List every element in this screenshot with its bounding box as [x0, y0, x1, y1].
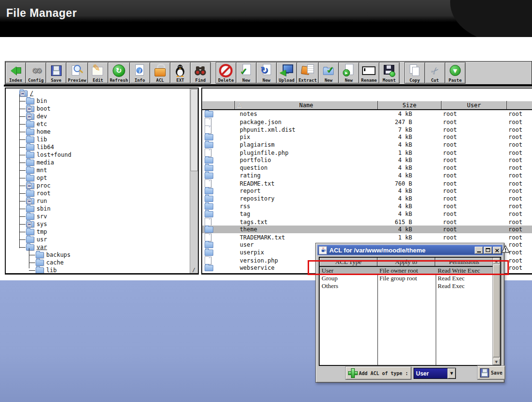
- file-row-tag[interactable]: tag4 kBrootroot: [202, 210, 532, 218]
- tree-item-backups[interactable]: backups: [6, 251, 190, 259]
- tree-item-var[interactable]: var: [6, 243, 190, 251]
- toolbar-button-preview-3[interactable]: Preview: [66, 62, 88, 84]
- column-header-group[interactable]: [507, 101, 532, 109]
- toolbar-button-label: Config: [28, 78, 44, 83]
- tree-item-proc[interactable]: Mproc: [6, 182, 190, 189]
- file-row-pix[interactable]: pix4 kBrootroot: [202, 133, 532, 141]
- close-button[interactable]: [493, 247, 501, 254]
- file-row-rss[interactable]: rss4 kBrootroot: [202, 202, 532, 210]
- acl-save-button[interactable]: Save: [478, 366, 505, 379]
- chevron-down-icon[interactable]: ▼: [447, 368, 455, 378]
- toolbar-button-label: Paste: [449, 78, 462, 83]
- file-row-tags-txt[interactable]: tags.txt615 Brootroot: [202, 218, 532, 226]
- toolbar-button-label: Cut: [431, 78, 439, 83]
- toolbar-button-upload-13[interactable]: ◀Upload: [276, 62, 297, 84]
- toolbar-button-paste-21[interactable]: ▼Paste: [445, 62, 466, 84]
- toolbar-button-ext-8[interactable]: EXT: [170, 62, 191, 84]
- acl-scrollbar-thumb[interactable]: [493, 264, 500, 357]
- toolbar-button-refresh-5[interactable]: ↻Refresh: [108, 62, 130, 84]
- refresh-icon: ↻: [112, 63, 126, 78]
- column-header-icon[interactable]: [202, 101, 235, 109]
- tree-item-sys[interactable]: Msys: [6, 220, 190, 228]
- toolbar-button-extract-14[interactable]: Extract: [297, 62, 319, 84]
- tree-branch-line: [29, 255, 35, 255]
- toolbar-button-info-6[interactable]: iInfo: [130, 62, 150, 84]
- maximize-button[interactable]: [484, 247, 492, 254]
- file-row-pluginfile-php[interactable]: pluginfile.php1 kBrootroot: [202, 149, 532, 156]
- acl-row-others[interactable]: OthersRead Exec: [320, 282, 493, 290]
- file-row-notes[interactable]: notes4 kBrootroot: [202, 110, 532, 118]
- tree-item-cache[interactable]: cache: [6, 259, 190, 266]
- tree-item-root[interactable]: root: [6, 189, 190, 197]
- tree-item-etc[interactable]: etc: [6, 120, 190, 128]
- tree-item--[interactable]: M/: [6, 89, 190, 97]
- tree-item-lib64[interactable]: lib64: [6, 143, 190, 151]
- toolbar-button-mount-18[interactable]: Mount: [379, 62, 400, 84]
- tree-item-bin[interactable]: bin: [6, 97, 190, 105]
- tree-item-srv[interactable]: srv: [6, 213, 190, 220]
- toolbar-button-cut-20[interactable]: ✂Cut: [425, 62, 445, 84]
- acl-column-apply[interactable]: Apply to: [377, 258, 435, 266]
- toolbar-button-new-16[interactable]: ▶New: [338, 62, 359, 84]
- acl-row-user[interactable]: UserFile owner rootRead Write Exec: [320, 267, 493, 275]
- add-acl-button[interactable]: Add ACL of type :: [346, 367, 411, 379]
- file-row-TRADEMARK-txt[interactable]: TRADEMARK.txt1 kBrootroot: [202, 233, 532, 241]
- file-row-portfolio[interactable]: portfolio4 kBrootroot: [202, 156, 532, 164]
- tree-item-home[interactable]: home: [6, 128, 190, 136]
- cut-icon: ✂: [428, 63, 442, 78]
- scroll-down-icon[interactable]: ▼: [493, 359, 500, 365]
- file-size: 4 kB: [378, 203, 441, 210]
- tree-scrollbar-thumb[interactable]: [191, 89, 198, 171]
- file-row-phpunit-xml-dist[interactable]: phpunit.xml.dist7 kBrootroot: [202, 126, 532, 133]
- tree-item-opt[interactable]: opt: [6, 174, 190, 182]
- scroll-up-icon[interactable]: ▲: [493, 258, 500, 264]
- toolbar-button-copy-19[interactable]: Copy: [404, 62, 425, 84]
- tree-item-boot[interactable]: Mboot: [6, 105, 190, 113]
- file-row-README-txt[interactable]: README.txt760 Brootroot: [202, 179, 532, 187]
- toolbar-button-rename-17[interactable]: Rename: [359, 62, 379, 84]
- file-row-rating[interactable]: rating4 kBrootroot: [202, 172, 532, 179]
- toolbar-button-save-2[interactable]: Save: [46, 62, 66, 84]
- tree-item-mnt[interactable]: mnt: [6, 166, 190, 174]
- file-row-plagiarism[interactable]: plagiarism4 kBrootroot: [202, 141, 532, 149]
- file-group: root: [507, 141, 532, 148]
- toolbar-button-new-15[interactable]: ✓New: [318, 62, 339, 84]
- tree-scrollbar-grip[interactable]: /: [190, 266, 197, 273]
- column-header-user[interactable]: User: [441, 101, 507, 109]
- minimize-button[interactable]: [475, 247, 483, 254]
- file-name: tag: [235, 211, 378, 217]
- column-header-name[interactable]: △ Name: [235, 101, 378, 109]
- tree-item-media[interactable]: media: [6, 159, 190, 166]
- tree-item-tmp[interactable]: tmp: [6, 228, 190, 236]
- toolbar-button-edit-4[interactable]: ✎Edit: [88, 62, 108, 84]
- file-row-icon-cell: [202, 256, 235, 264]
- acl-table-scrollbar[interactable]: ▲ ▼: [493, 258, 500, 365]
- file-row-repository[interactable]: repository4 kBrootroot: [202, 195, 532, 202]
- tree-item-lost-found[interactable]: lost+found: [6, 151, 190, 159]
- acl-column-permissions[interactable]: Permissions: [435, 258, 493, 266]
- acl-dialog-titlebar[interactable]: ACL for /var/www/moodle/theme: [317, 245, 503, 255]
- tree-item-lib[interactable]: lib: [6, 136, 190, 143]
- tree-item-sbin[interactable]: sbin: [6, 205, 190, 213]
- tree-item-dev[interactable]: Mdev: [6, 113, 190, 120]
- toolbar-button-label: New: [242, 78, 250, 83]
- tree-item-usr[interactable]: usr: [6, 236, 190, 243]
- toolbar-button-acl-7[interactable]: ACL: [150, 62, 170, 84]
- file-row-package-json[interactable]: package.json247 Brootroot: [202, 118, 532, 126]
- tree-item-run[interactable]: Mrun: [6, 197, 190, 205]
- file-row-report[interactable]: report4 kBrootroot: [202, 187, 532, 195]
- toolbar-button-index-0[interactable]: Index: [5, 62, 26, 84]
- toolbar-button-new-12[interactable]: ↻New: [256, 62, 277, 84]
- toolbar-button-find-9[interactable]: Find: [190, 62, 211, 84]
- column-header-size[interactable]: Size: [378, 101, 441, 109]
- toolbar-button-delete-10[interactable]: Delete: [216, 62, 236, 84]
- toolbar-button-config-1[interactable]: ⚙⚙Config: [26, 62, 46, 84]
- tree-scrollbar[interactable]: /: [190, 88, 198, 273]
- toolbar-button-new-11[interactable]: ✓New: [236, 62, 257, 84]
- acl-row-group[interactable]: GroupFile group rootRead Exec: [320, 275, 493, 282]
- acl-column-type[interactable]: ACL Type: [320, 258, 377, 266]
- tree-item-lib[interactable]: lib: [6, 266, 190, 274]
- file-row-question[interactable]: question4 kBrootroot: [202, 164, 532, 172]
- acl-type-dropdown[interactable]: User ▼: [414, 368, 456, 379]
- file-row-theme[interactable]: theme4 kBrootroot: [202, 226, 532, 233]
